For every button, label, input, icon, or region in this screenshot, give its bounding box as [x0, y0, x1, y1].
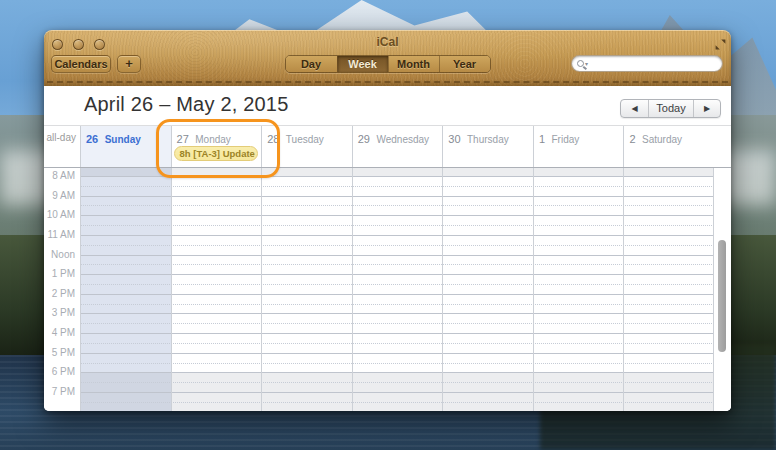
view-switcher: Day Week Month Year	[285, 55, 491, 73]
tab-day[interactable]: Day	[286, 56, 337, 72]
column-separator	[261, 168, 262, 411]
day-header-monday[interactable]: 27 Monday 8h [TA-3] Update s…	[171, 126, 262, 167]
day-number: 29	[358, 133, 370, 145]
day-name: Sunday	[105, 134, 141, 145]
hour-gridline	[80, 176, 714, 177]
column-separator	[80, 168, 81, 411]
day-number: 2	[629, 133, 635, 145]
day-name: Tuesday	[286, 134, 324, 145]
day-number: 1	[539, 133, 545, 145]
calendars-button[interactable]: Calendars	[51, 55, 111, 73]
day-name: Saturday	[642, 134, 682, 145]
day-number: 30	[448, 133, 460, 145]
day-name: Thursday	[467, 134, 509, 145]
hour-gridline	[80, 255, 714, 256]
hour-gridline	[80, 333, 714, 334]
half-hour-gridline	[80, 343, 714, 344]
header-scroll-gap	[714, 126, 731, 167]
half-hour-gridline	[80, 205, 714, 206]
day-name: Friday	[551, 134, 579, 145]
scrollbar-track[interactable]	[714, 168, 731, 411]
column-separator	[352, 168, 353, 411]
next-week-button[interactable]: ▶	[693, 100, 720, 117]
time-label: 8 AM	[52, 171, 75, 181]
hour-gridline	[80, 392, 714, 393]
ical-window: iCal Calendars + Day Week Month Year ▾ A…	[44, 30, 731, 411]
hour-gridline	[80, 215, 714, 216]
time-label: 3 PM	[52, 308, 75, 318]
day-number: 26	[86, 133, 98, 145]
time-label: 4 PM	[52, 328, 75, 338]
hour-gridline	[80, 274, 714, 275]
day-name: Wednesday	[376, 134, 429, 145]
time-label: 2 PM	[52, 289, 75, 299]
column-separator	[442, 168, 443, 411]
time-label: 1 PM	[52, 269, 75, 279]
hour-gridline	[80, 196, 714, 197]
half-hour-gridline	[80, 323, 714, 324]
window-titlebar[interactable]: iCal Calendars + Day Week Month Year ▾	[44, 30, 731, 86]
search-field[interactable]: ▾	[571, 55, 723, 72]
hour-gridline	[80, 313, 714, 314]
day-number: 28	[267, 133, 279, 145]
hour-gridline	[80, 372, 714, 373]
hour-gridline	[80, 353, 714, 354]
calendar-header: April 26 – May 2, 2015 ◀ Today ▶	[44, 86, 731, 125]
day-number: 27	[177, 133, 189, 145]
column-separator	[623, 168, 624, 411]
search-input[interactable]	[591, 58, 717, 70]
day-header-friday[interactable]: 1 Friday	[533, 126, 624, 167]
calendar-content: April 26 – May 2, 2015 ◀ Today ▶ all-day…	[44, 86, 731, 411]
half-hour-gridline	[80, 382, 714, 383]
time-label: 7 PM	[52, 387, 75, 397]
tab-year[interactable]: Year	[439, 56, 490, 72]
day-header-row: all-day 26 Sunday 27 Monday 8h [TA-3] Up…	[44, 125, 731, 168]
day-header-wednesday[interactable]: 29 Wednesday	[352, 126, 443, 167]
day-header-saturday[interactable]: 2 Saturday	[623, 126, 714, 167]
all-day-label: all-day	[44, 126, 80, 167]
prev-week-button[interactable]: ◀	[621, 100, 648, 117]
add-calendar-button[interactable]: +	[117, 55, 141, 73]
all-day-event[interactable]: 8h [TA-3] Update s…	[174, 146, 259, 161]
time-label: 5 PM	[52, 348, 75, 358]
time-label: 9 AM	[52, 191, 75, 201]
half-hour-gridline	[80, 363, 714, 364]
date-navigation: ◀ Today ▶	[620, 99, 721, 118]
half-hour-gridline	[80, 225, 714, 226]
grid-columns[interactable]	[80, 168, 714, 411]
time-gutter: 8 AM9 AM10 AM11 AMNoon1 PM2 PM3 PM4 PM5 …	[44, 168, 80, 411]
day-header-tuesday[interactable]: 28 Tuesday	[261, 126, 352, 167]
time-label: 6 PM	[52, 367, 75, 377]
half-hour-gridline	[80, 284, 714, 285]
search-icon	[577, 60, 584, 67]
week-grid: 8 AM9 AM10 AM11 AMNoon1 PM2 PM3 PM4 PM5 …	[44, 168, 731, 411]
day-header-thursday[interactable]: 30 Thursday	[442, 126, 533, 167]
column-separator	[171, 168, 172, 411]
time-label: 10 AM	[47, 210, 75, 220]
half-hour-gridline	[80, 304, 714, 305]
leather-stitching	[47, 81, 728, 83]
tab-month[interactable]: Month	[388, 56, 439, 72]
half-hour-gridline	[80, 264, 714, 265]
half-hour-gridline	[80, 186, 714, 187]
time-label: 11 AM	[47, 230, 75, 240]
search-options-caret-icon: ▾	[585, 60, 588, 67]
early-hours-shading	[80, 168, 714, 176]
hour-gridline	[80, 235, 714, 236]
tab-week[interactable]: Week	[337, 56, 388, 72]
week-range-title: April 26 – May 2, 2015	[84, 93, 289, 116]
fullscreen-icon[interactable]	[715, 36, 726, 47]
hour-gridline	[80, 294, 714, 295]
half-hour-gridline	[80, 402, 714, 403]
day-name: Monday	[195, 134, 231, 145]
column-separator	[533, 168, 534, 411]
half-hour-gridline	[80, 245, 714, 246]
scrollbar-thumb[interactable]	[718, 240, 726, 352]
today-button[interactable]: Today	[648, 100, 693, 117]
day-header-sunday[interactable]: 26 Sunday	[80, 126, 171, 167]
time-label: Noon	[51, 250, 75, 260]
window-title: iCal	[44, 35, 731, 49]
